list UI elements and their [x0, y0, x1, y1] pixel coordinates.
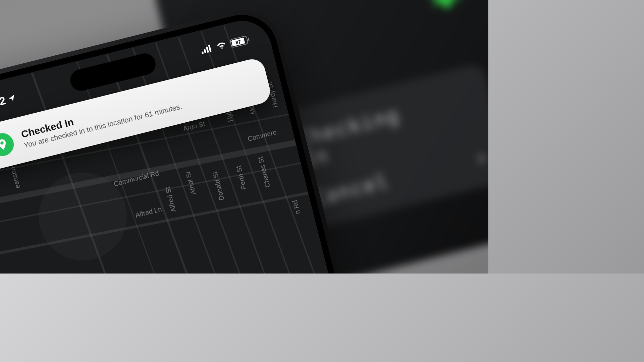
battery-percent: 87 [231, 38, 245, 47]
street-label-donald-st: Donald St [211, 171, 226, 201]
street-label-alfred-ln: Alfred Ln [135, 205, 162, 219]
svg-line-5 [433, 2, 437, 5]
location-arrow-icon [6, 91, 17, 106]
checkin-title-line1: Checking [295, 104, 402, 151]
battery-indicator: 87 [229, 35, 250, 48]
location-pin-icon [0, 131, 16, 158]
cellular-signal-icon [200, 44, 213, 55]
street-label-pow: Pow [278, 64, 289, 79]
svg-rect-10 [204, 49, 206, 53]
street-label-eensbo: eensbo [9, 166, 21, 189]
street-label-alfred-st: Alfred St [164, 186, 178, 213]
chevron-right-icon: › [472, 144, 488, 171]
svg-rect-9 [202, 51, 204, 54]
street-label-perth-st: Perth St [235, 165, 248, 190]
street-label-charles-st: Charles St [257, 156, 272, 188]
svg-rect-12 [208, 45, 211, 52]
wifi-icon [215, 40, 228, 52]
svg-rect-11 [206, 47, 209, 53]
